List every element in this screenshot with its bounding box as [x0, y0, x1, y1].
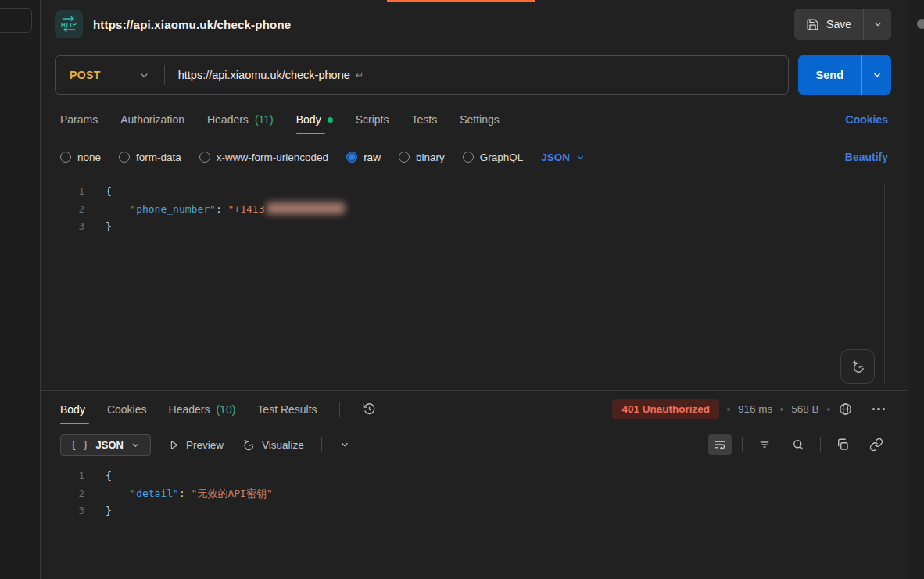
response-toolbar-icons [708, 434, 888, 455]
sidebar-partial-tile[interactable] [0, 8, 32, 33]
radio-raw-selected[interactable] [346, 152, 357, 163]
indent-guide [106, 488, 106, 501]
toolbar-expand-chevron[interactable] [339, 439, 350, 450]
send-options-dropdown[interactable] [861, 55, 891, 95]
line-number: 3 [41, 218, 84, 236]
save-button-label: Save [826, 18, 851, 30]
response-body-editor[interactable]: 1 { 2 "detail": "无效的API密钥" 3 } [41, 462, 907, 579]
line-number: 1 [41, 467, 84, 485]
play-preview-icon [168, 439, 180, 451]
wrap-text-icon[interactable] [708, 434, 732, 455]
body-modified-dot [328, 117, 333, 123]
cookies-link[interactable]: Cookies [846, 113, 888, 126]
radio-graphql[interactable] [463, 152, 474, 163]
visualize-button[interactable]: Visualize [241, 438, 304, 452]
tab-tests[interactable]: Tests [411, 102, 437, 138]
tab-scripts[interactable]: Scripts [356, 102, 389, 138]
svg-text:HTTP: HTTP [61, 21, 77, 28]
mode-x-www-form-urlencoded[interactable]: x-www-form-urlencoded [199, 152, 328, 163]
postbot-button[interactable] [840, 349, 875, 384]
headers-count: (11) [255, 113, 274, 126]
send-button-group: Send [798, 55, 891, 95]
right-rail-partial-icon[interactable] [917, 19, 924, 29]
json-value: "无效的API密钥" [192, 488, 273, 499]
response-status-group: 401 Unauthorized 916 ms 568 B [612, 399, 888, 419]
line-number: 2 [41, 201, 84, 219]
tab-settings[interactable]: Settings [460, 102, 500, 138]
save-button-group: Save [794, 9, 891, 40]
mode-graphql[interactable]: GraphQL [463, 152, 524, 163]
method-selector[interactable]: POST [56, 69, 164, 81]
chevron-down-icon [131, 440, 141, 450]
json-value-prefix: "+1413 [228, 203, 265, 215]
code-line: 2 "detail": "无效的API密钥" [41, 485, 907, 503]
save-options-dropdown[interactable] [863, 9, 891, 40]
line-number: 3 [41, 502, 84, 520]
response-toolbar: { } JSON Preview [41, 427, 907, 462]
request-title: https://api.xiaomu.uk/check-phone [93, 18, 291, 31]
radio-binary[interactable] [399, 152, 410, 163]
editor-scrollbar-track[interactable] [884, 184, 885, 384]
beautify-link[interactable]: Beautify [845, 151, 888, 163]
radio-x-www-form-urlencoded[interactable] [199, 152, 210, 163]
send-button-label: Send [816, 69, 843, 81]
line-number: 1 [41, 183, 84, 201]
code-line: 3 } [41, 502, 907, 520]
tab-headers[interactable]: Headers (11) [207, 102, 274, 138]
body-mode-row: none form-data x-www-form-urlencoded raw… [41, 138, 907, 177]
response-tab-cookies[interactable]: Cookies [107, 391, 147, 427]
code-line: 3 } [41, 218, 907, 236]
request-header-bar: HTTP https://api.xiaomu.uk/check-phone S… [41, 0, 907, 48]
response-time[interactable]: 916 ms [738, 403, 772, 415]
more-options-icon[interactable] [869, 408, 889, 411]
mode-binary[interactable]: binary [399, 152, 445, 163]
json-key: "detail" [130, 488, 179, 499]
tab-body[interactable]: Body [296, 102, 333, 138]
mode-form-data[interactable]: form-data [119, 152, 181, 163]
response-tabs-row: Body Cookies Headers (10) Test Results 4… [41, 391, 907, 427]
preview-button[interactable]: Preview [168, 439, 224, 451]
separator-dot [727, 408, 730, 411]
response-format-dropdown[interactable]: { } JSON [60, 434, 151, 456]
save-floppy-icon [806, 18, 819, 31]
response-tab-test-results[interactable]: Test Results [257, 391, 317, 427]
separator-dot [780, 408, 783, 411]
url-return-hint: ↵ [356, 70, 364, 81]
http-request-icon: HTTP [55, 10, 83, 38]
save-button[interactable]: Save [794, 9, 863, 40]
copy-icon[interactable] [831, 434, 854, 455]
divider [820, 437, 821, 452]
request-panel: HTTP https://api.xiaomu.uk/check-phone S… [41, 0, 907, 579]
indent-guide [106, 203, 106, 216]
search-icon[interactable] [786, 434, 810, 455]
divider [321, 437, 322, 452]
response-tab-headers[interactable]: Headers (10) [169, 391, 236, 427]
braces-icon: { } [70, 439, 88, 451]
filter-icon[interactable] [753, 434, 776, 455]
divider [742, 437, 743, 452]
tab-params[interactable]: Params [60, 102, 98, 138]
network-globe-icon[interactable] [838, 402, 853, 416]
response-size[interactable]: 568 B [791, 403, 818, 415]
status-badge[interactable]: 401 Unauthorized [612, 399, 719, 419]
code-line: 2 "phone_number": "+1413 [41, 201, 907, 219]
url-input[interactable]: https://api.xiaomu.uk/check-phone [165, 69, 350, 81]
radio-none[interactable] [60, 152, 71, 163]
response-history-icon[interactable] [362, 402, 377, 416]
language-selector[interactable]: JSON [541, 152, 586, 163]
radio-form-data[interactable] [119, 152, 130, 163]
method-label: POST [70, 69, 101, 81]
chevron-down-icon [575, 152, 586, 163]
send-button[interactable]: Send [798, 55, 861, 95]
mode-raw[interactable]: raw [346, 152, 381, 163]
response-tab-body[interactable]: Body [60, 391, 85, 427]
request-body-editor[interactable]: 1 { 2 "phone_number": "+1413 3 } [41, 177, 907, 390]
redacted-phone-number [267, 202, 345, 214]
line-number: 2 [41, 485, 84, 503]
postbot-sparkle-icon [850, 359, 866, 375]
divider [339, 402, 340, 417]
mode-none[interactable]: none [60, 152, 101, 163]
tab-authorization[interactable]: Authorization [120, 102, 184, 138]
link-icon[interactable] [865, 434, 888, 455]
chevron-down-icon [138, 70, 150, 81]
